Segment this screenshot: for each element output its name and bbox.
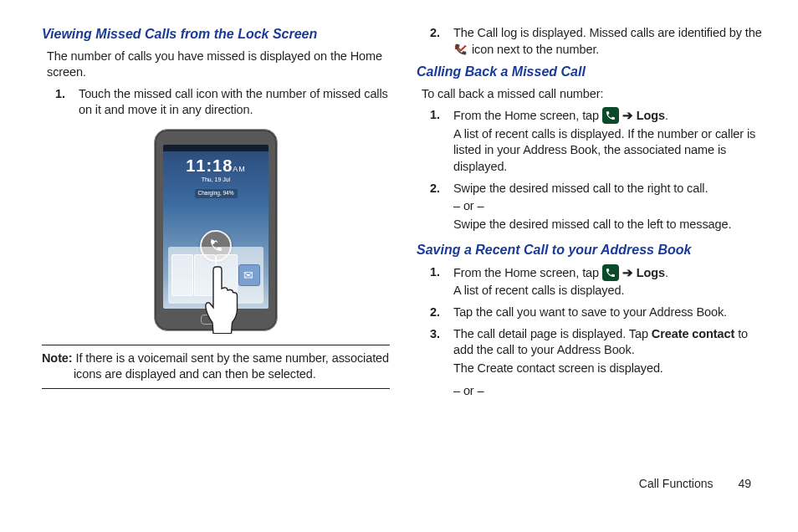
page-number: 49 — [738, 477, 751, 490]
footer-section: Call Functions — [639, 477, 714, 490]
logs-label: Logs — [637, 266, 665, 279]
date-text: Thu, 19 Jul — [163, 176, 269, 183]
steps-left: Touch the missed call icon with the numb… — [67, 86, 390, 119]
note-rule-bottom — [42, 388, 390, 389]
or-text: – or – — [453, 198, 765, 215]
text-part: From the Home screen, tap — [453, 109, 602, 122]
right-column: The Call log is displayed. Missed calls … — [417, 25, 765, 477]
widget-slot — [216, 254, 238, 296]
widget-slot — [171, 254, 193, 296]
phone-screen: 11:18AM Thu, 19 Jul Charging, 94% — [163, 145, 269, 309]
step-call-log-displayed: The Call log is displayed. Missed calls … — [442, 25, 765, 58]
logs-label: Logs — [637, 109, 665, 122]
note-rule-top — [42, 345, 390, 345]
steps-save: From the Home screen, tap ➔ Logs. A list… — [442, 264, 765, 400]
arrow-icon: ➔ — [622, 109, 633, 122]
steps-continued: The Call log is displayed. Missed calls … — [442, 25, 765, 58]
heading-viewing-missed: Viewing Missed Calls from the Lock Scree… — [42, 25, 390, 43]
sub-list-displayed: A list of recent calls is displayed. If … — [453, 126, 765, 176]
phone-frame: 11:18AM Thu, 19 Jul Charging, 94% — [154, 129, 278, 331]
left-column: Viewing Missed Calls from the Lock Scree… — [42, 25, 390, 477]
sub-create-screen: The Create contact screen is displayed. — [453, 361, 765, 377]
step-create-contact: The call detail page is displayed. Tap C… — [442, 326, 765, 400]
text-swipe-left: Swipe the desired missed call to the lef… — [453, 217, 765, 233]
step-swipe: Swipe the desired missed call to the rig… — [442, 181, 765, 233]
note-label: Note: — [42, 351, 73, 365]
text-part: icon next to the number. — [472, 43, 599, 56]
text-part: From the Home screen, tap — [453, 266, 602, 279]
para-callback: To call back a missed call number: — [422, 86, 765, 103]
create-contact-label: Create contact — [652, 327, 734, 340]
text-part: The call detail page is displayed. Tap — [453, 327, 652, 340]
step-touch-icon: Touch the missed call icon with the numb… — [67, 86, 390, 119]
para-intro-left: The number of calls you have missed is d… — [47, 49, 390, 81]
steps-callback: From the Home screen, tap ➔ Logs. A list… — [442, 107, 765, 233]
missed-call-icon — [453, 42, 468, 57]
time-text: 11:18 — [186, 156, 233, 175]
charge-text: Charging, 94% — [195, 189, 238, 198]
phone-app-icon — [602, 264, 619, 281]
lock-carousel — [168, 247, 263, 304]
heading-calling-back: Calling Back a Missed Call — [417, 63, 765, 81]
lock-clock: 11:18AM Thu, 19 Jul Charging, 94% — [163, 155, 269, 200]
figure-lockscreen: 11:18AM Thu, 19 Jul Charging, 94% — [42, 129, 390, 331]
arrow-icon: ➔ — [622, 266, 633, 279]
ampm-text: AM — [233, 165, 246, 173]
note-voicemail: Note: If there is a voicemail sent by th… — [42, 350, 390, 383]
note-text: If there is a voicemail sent by the same… — [74, 351, 389, 381]
or-text: – or – — [453, 383, 765, 400]
step-save-tap-logs: From the Home screen, tap ➔ Logs. A list… — [442, 264, 765, 299]
home-button — [201, 315, 231, 325]
heading-saving-recent: Saving a Recent Call to your Address Boo… — [417, 241, 765, 259]
text-swipe-right: Swipe the desired missed call to the rig… — [453, 182, 708, 195]
camera-shortcut-icon — [238, 264, 260, 286]
phone-app-icon — [602, 107, 619, 124]
widget-slot — [194, 254, 216, 296]
text-part: The Call log is displayed. Missed calls … — [453, 26, 762, 39]
page-footer: Call Functions 49 — [0, 477, 798, 490]
status-bar — [163, 145, 269, 151]
step-tap-call: Tap the call you want to save to your Ad… — [442, 304, 765, 321]
sub-list-displayed: A list of recent calls is displayed. — [453, 283, 765, 299]
page-columns: Viewing Missed Calls from the Lock Scree… — [0, 0, 798, 477]
step-tap-logs: From the Home screen, tap ➔ Logs. A list… — [442, 107, 765, 175]
